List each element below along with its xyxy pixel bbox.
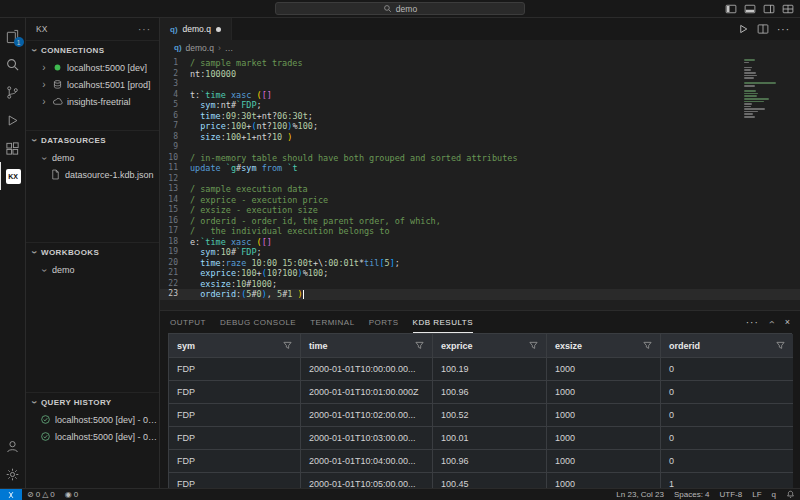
code-line[interactable]: 10/ in-memory table should have both gro…: [160, 153, 800, 164]
explorer-view-button[interactable]: 1: [0, 22, 26, 50]
code-line[interactable]: 6 time:09:30t+nt?06:30t;: [160, 111, 800, 122]
problems-status[interactable]: ⊘ 0 △ 0: [22, 489, 60, 500]
maximize-panel-icon[interactable]: ›: [767, 318, 775, 326]
sidebar-item[interactable]: ›localhost:5001 [prod]: [26, 76, 159, 93]
split-editor-button[interactable]: [757, 23, 769, 35]
minimap[interactable]: [744, 59, 778, 119]
code-line[interactable]: 9: [160, 142, 800, 153]
breadcrumb-symbol[interactable]: …: [225, 43, 234, 53]
code-line[interactable]: 2nt:100000: [160, 69, 800, 80]
column-header-exprice[interactable]: exprice: [433, 334, 547, 358]
table-cell: 1000: [547, 450, 661, 473]
column-header-time[interactable]: time: [301, 334, 433, 358]
code-line[interactable]: 13/ sample execution data: [160, 184, 800, 195]
code-line[interactable]: 5 sym:nt#`FDP;: [160, 100, 800, 111]
code-line[interactable]: 4t:`time xasc ([]: [160, 90, 800, 101]
filter-icon[interactable]: [776, 341, 785, 350]
close-panel-icon[interactable]: ×: [785, 317, 790, 327]
column-header-exsize[interactable]: exsize: [547, 334, 661, 358]
search-view-button[interactable]: [0, 50, 26, 78]
explorer-badge: 1: [14, 37, 24, 47]
modified-dot-icon[interactable]: [216, 27, 221, 32]
section-header[interactable]: ›QUERY HISTORY: [26, 393, 159, 411]
code-line[interactable]: 1/ sample market trades: [160, 58, 800, 69]
code-line[interactable]: 22 exsize:10#1000;: [160, 279, 800, 290]
command-center-search[interactable]: demo: [275, 2, 525, 15]
table-row[interactable]: FDP2000-01-01T10:04:00.00...100.9610000: [169, 450, 791, 473]
breadcrumb[interactable]: q) demo.q › …: [160, 40, 800, 55]
code-line[interactable]: 19 sym:10#`FDP;: [160, 247, 800, 258]
tab-demo-q[interactable]: q) demo.q: [160, 18, 232, 40]
section-header[interactable]: ›DATASOURCES: [26, 131, 159, 149]
panel-tab-debug-console[interactable]: DEBUG CONSOLE: [220, 311, 296, 333]
cursor-position-status[interactable]: Ln 23, Col 23: [611, 489, 669, 500]
filter-icon[interactable]: [529, 341, 538, 350]
toggle-panel-icon[interactable]: [744, 3, 756, 15]
source-control-view-button[interactable]: [0, 78, 26, 106]
run-debug-view-button[interactable]: [0, 106, 26, 134]
line-number: 17: [160, 226, 190, 237]
table-cell: 2000-01-01T10:03:00.00...: [301, 427, 433, 450]
sidebar-item[interactable]: ›localhost:5000 [dev]: [26, 59, 159, 76]
code-editor[interactable]: 1/ sample market trades2nt:10000034t:`ti…: [160, 55, 800, 310]
table-row[interactable]: FDP2000-01-01T10:02:00.00...100.5210000: [169, 404, 791, 427]
panel-tab-terminal[interactable]: TERMINAL: [310, 311, 354, 333]
database-icon: [52, 79, 63, 90]
section-header[interactable]: ›WORKBOOKS: [26, 243, 159, 261]
code-line[interactable]: 20 time:raze 10:00 15:00t+\:00:01t*til[5…: [160, 258, 800, 269]
table-row[interactable]: FDP2000-01-01T10:03:00.00...100.0110000: [169, 427, 791, 450]
code-line[interactable]: 3: [160, 79, 800, 90]
sidebar-item[interactable]: ›demo: [26, 149, 159, 166]
code-line[interactable]: 11update `g#sym from `t: [160, 163, 800, 174]
code-line[interactable]: 21 exprice:100+(10?100)%100;: [160, 268, 800, 279]
sidebar-item[interactable]: datasource-1.kdb.json: [26, 166, 159, 183]
notifications-button[interactable]: [781, 489, 800, 500]
code-line[interactable]: 8 size:100+1+nt?10 ): [160, 132, 800, 143]
eol-status[interactable]: LF: [747, 489, 766, 500]
code-line[interactable]: 18e:`time xasc ([]: [160, 237, 800, 248]
extensions-view-button[interactable]: [0, 134, 26, 162]
customize-layout-icon[interactable]: [782, 3, 794, 15]
code-line[interactable]: 15/ exsize - execution size: [160, 205, 800, 216]
panel-tab-kdb-results[interactable]: KDB RESULTS: [413, 311, 473, 333]
line-number: 13: [160, 184, 190, 195]
account-button[interactable]: [0, 432, 26, 460]
filter-icon[interactable]: [415, 341, 424, 350]
chevron-right-icon: ›: [40, 64, 48, 72]
encoding-status[interactable]: UTF-8: [715, 489, 748, 500]
panel-tab-output[interactable]: OUTPUT: [170, 311, 206, 333]
panel-tab-bar: OUTPUTDEBUG CONSOLETERMINALPORTSKDB RESU…: [160, 311, 800, 333]
sidebar-item[interactable]: ›insights-freetrial: [26, 93, 159, 110]
sidebar-item[interactable]: localhost:5000 [dev] - 05/0...: [26, 428, 159, 445]
code-line[interactable]: 12: [160, 174, 800, 185]
sidebar-more-actions[interactable]: ···: [138, 24, 151, 35]
filter-icon[interactable]: [643, 341, 652, 350]
breadcrumb-file[interactable]: demo.q: [186, 43, 214, 53]
code-line[interactable]: 14/ exprice - execution price: [160, 195, 800, 206]
sidebar-item[interactable]: ›demo: [26, 261, 159, 278]
filter-icon[interactable]: [283, 341, 292, 350]
column-header-sym[interactable]: sym: [169, 334, 301, 358]
table-row[interactable]: FDP2000-01-01T10:05:00.00...100.4510001: [169, 473, 791, 488]
column-header-orderid[interactable]: orderid: [661, 334, 793, 358]
remote-indicator[interactable]: [0, 489, 22, 500]
sidebar-item[interactable]: localhost:5000 [dev] - 05/0...: [26, 411, 159, 428]
indentation-status[interactable]: Spaces: 4: [669, 489, 715, 500]
toggle-secondary-sidebar-icon[interactable]: [763, 3, 775, 15]
code-line[interactable]: 23 orderid:(5#0), 5#1 ): [160, 289, 800, 300]
section-header[interactable]: ›CONNECTIONS: [26, 41, 159, 59]
settings-button[interactable]: [0, 460, 26, 488]
language-mode-status[interactable]: q: [767, 489, 781, 500]
ports-status[interactable]: ◉ 0: [60, 489, 83, 500]
editor-more-actions[interactable]: ···: [777, 24, 790, 35]
panel-more-actions[interactable]: ···: [746, 317, 759, 328]
panel-tab-ports[interactable]: PORTS: [369, 311, 399, 333]
run-file-button[interactable]: [737, 23, 749, 35]
table-row[interactable]: FDP2000-01-01T10:01:00.000Z100.9610000: [169, 381, 791, 404]
table-row[interactable]: FDP2000-01-01T10:00:00.00...100.1910000: [169, 358, 791, 381]
code-line[interactable]: 17/ the individual execution belongs to: [160, 226, 800, 237]
code-line[interactable]: 16/ orderid - order id, the parent order…: [160, 216, 800, 227]
toggle-sidebar-icon[interactable]: [725, 3, 737, 15]
kx-view-button[interactable]: KX: [0, 162, 26, 190]
code-line[interactable]: 7 price:100+(nt?100)%100;: [160, 121, 800, 132]
